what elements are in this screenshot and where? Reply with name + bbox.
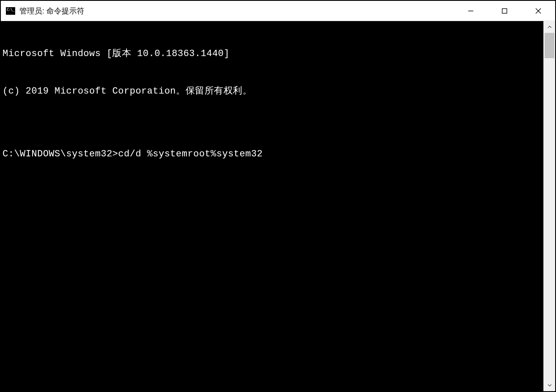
terminal-command: cd/d %systemroot%system32 [118,148,263,161]
terminal-line: Microsoft Windows [版本 10.0.18363.1440] [3,48,543,60]
terminal-prompt-line: C:\WINDOWS\system32>cd/d %systemroot%sys… [3,148,543,161]
scroll-up-button[interactable] [544,21,555,33]
scrollbar-track[interactable] [544,33,555,379]
terminal-output[interactable]: Microsoft Windows [版本 10.0.18363.1440] (… [1,21,543,391]
window-controls [454,1,555,21]
titlebar[interactable]: 管理员: 命令提示符 [1,1,555,21]
chevron-up-icon [548,25,552,29]
svg-rect-1 [502,8,507,13]
minimize-icon [468,8,474,14]
client-area: Microsoft Windows [版本 10.0.18363.1440] (… [1,21,555,391]
terminal-prompt: C:\WINDOWS\system32> [3,148,118,161]
minimize-button[interactable] [454,1,488,21]
vertical-scrollbar[interactable] [543,21,555,391]
terminal-line: (c) 2019 Microsoft Corporation。保留所有权利。 [3,85,543,98]
maximize-icon [502,8,507,14]
close-icon [535,8,541,14]
chevron-down-icon [548,383,552,387]
window: 管理员: 命令提示符 Microsoft Windows [版本 10.0.18… [1,1,555,391]
cmd-icon [6,7,15,15]
window-title: 管理员: 命令提示符 [19,6,454,16]
scrollbar-thumb[interactable] [545,33,554,58]
maximize-button[interactable] [488,1,521,21]
close-button[interactable] [521,1,555,21]
scroll-down-button[interactable] [544,379,555,391]
